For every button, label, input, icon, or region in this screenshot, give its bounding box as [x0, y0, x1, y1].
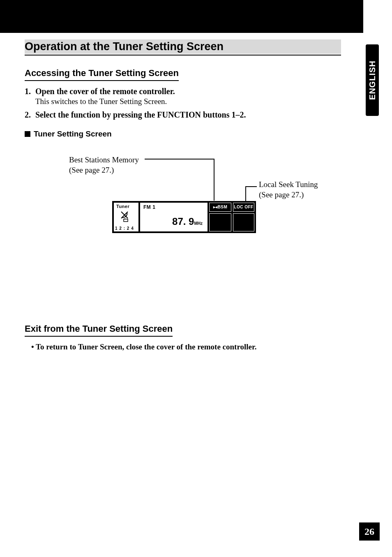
lcd-bsm-button: ▸◂BSM — [209, 203, 231, 212]
tuner-screen-subheading: Tuner Setting Screen — [25, 129, 341, 139]
callout-loc-line1: Local Seek Tuning — [259, 180, 318, 190]
step-1-number: 1. — [25, 87, 35, 96]
callout-loc: Local Seek Tuning (See page 27.) — [259, 180, 318, 200]
header-blackbar — [0, 0, 363, 33]
lcd-blank-2 — [233, 213, 254, 231]
section-title: Operation at the Tuner Setting Screen — [25, 40, 224, 53]
diagram-area: Best Stations Memory (See page 27.) Loca… — [25, 155, 341, 291]
exit-bullet: • To return to Tuner Screen, close the c… — [31, 342, 341, 351]
lcd-source-label: Tuner — [116, 204, 129, 209]
access-section: Accessing the Tuner Setting Screen 1.Ope… — [25, 68, 341, 291]
lcd-loc-label: LOC OFF — [233, 203, 254, 211]
square-bullet-icon — [25, 131, 30, 137]
connector-line — [145, 159, 214, 159]
lcd-clock: 1 2 : 2 4 — [115, 226, 134, 231]
lcd-mid-panel: FM 1 87. 9MHz — [140, 203, 208, 231]
step-1: 1.Open the cover of the remote controlle… — [25, 87, 341, 106]
lcd-loc-button: LOC OFF — [233, 203, 254, 212]
page-number-box: 26 — [359, 522, 380, 541]
page-number: 26 — [364, 526, 374, 537]
callout-bsm-line1: Best Stations Memory — [69, 155, 139, 165]
exit-section: Exit from the Tuner Setting Screen • To … — [25, 324, 341, 351]
access-heading: Accessing the Tuner Setting Screen — [25, 68, 179, 81]
lcd-frequency-unit: MHz — [194, 221, 203, 226]
satellite-dish-icon — [120, 210, 133, 222]
page-root: ENGLISH Operation at the Tuner Setting S… — [0, 0, 392, 557]
step-2: 2.Select the function by pressing the FU… — [25, 110, 341, 120]
step-2-number: 2. — [25, 110, 35, 120]
step-1-bold: Open the cover of the remote controller. — [35, 87, 175, 96]
tuner-screen-subheading-text: Tuner Setting Screen — [34, 129, 112, 138]
exit-heading: Exit from the Tuner Setting Screen — [25, 324, 173, 337]
callout-bsm-line2: (See page 27.) — [69, 165, 139, 176]
lcd-screen: Tuner 1 2 : 2 4 FM 1 87. 9MHz — [112, 201, 256, 233]
connector-line — [245, 186, 257, 187]
lcd-frequency: 87. 9MHz — [172, 216, 203, 227]
lcd-bsm-label: ▸◂BSM — [210, 203, 231, 211]
section-title-inner: Operation at the Tuner Setting Screen — [25, 39, 341, 54]
lcd-blank-1 — [209, 213, 231, 231]
content-area: Operation at the Tuner Setting Screen Ac… — [25, 39, 341, 351]
callout-loc-line2: (See page 27.) — [259, 190, 318, 200]
callout-bsm: Best Stations Memory (See page 27.) — [69, 155, 139, 175]
connector-line — [245, 186, 246, 201]
language-tab: ENGLISH — [366, 44, 379, 116]
step-2-bold: Select the function by pressing the FUNC… — [35, 110, 246, 119]
language-tab-label: ENGLISH — [368, 60, 377, 100]
step-1-note: This switches to the Tuner Setting Scree… — [35, 97, 341, 106]
connector-line — [214, 159, 214, 201]
section-title-bar: Operation at the Tuner Setting Screen — [25, 39, 341, 55]
lcd-frequency-value: 87. 9 — [172, 216, 194, 227]
lcd-band-label: FM 1 — [143, 204, 155, 210]
lcd-left-panel: Tuner 1 2 : 2 4 — [114, 203, 138, 231]
svg-rect-0 — [124, 219, 128, 222]
